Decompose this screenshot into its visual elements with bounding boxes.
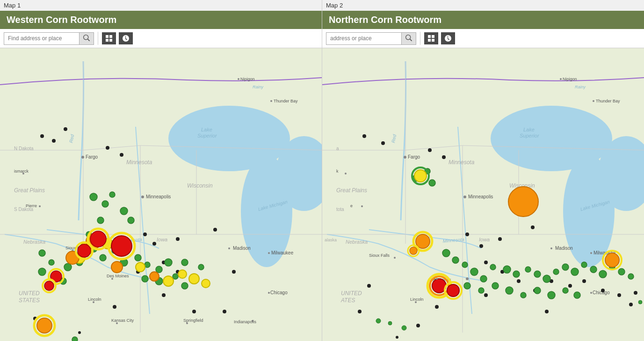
svg-text:Madison: Madison — [555, 246, 573, 251]
svg-point-213 — [628, 274, 634, 279]
svg-text:UNITED: UNITED — [19, 290, 40, 297]
svg-point-75 — [97, 217, 104, 224]
svg-text:Minnesota: Minnesota — [126, 159, 152, 166]
svg-point-200 — [503, 266, 511, 273]
svg-text:Madison: Madison — [233, 246, 251, 251]
map2-history-button[interactable] — [441, 32, 455, 44]
map1-viewport[interactable]: Great Plains Wisconsin Minnesota UNITED … — [0, 48, 322, 341]
svg-point-104 — [189, 274, 199, 284]
svg-point-236 — [605, 253, 619, 267]
svg-point-174 — [531, 225, 535, 229]
svg-text:Minnesota: Minnesota — [449, 159, 475, 166]
svg-point-186 — [484, 293, 488, 297]
svg-point-69 — [78, 331, 81, 334]
svg-text:Lincoln: Lincoln — [88, 297, 101, 302]
svg-point-193 — [429, 180, 435, 186]
svg-point-201 — [513, 271, 520, 277]
svg-text:UNITED: UNITED — [341, 290, 362, 297]
svg-point-119 — [44, 281, 54, 290]
svg-text:N Dakota: N Dakota — [14, 146, 34, 151]
svg-point-215 — [478, 288, 484, 293]
svg-point-44 — [270, 100, 272, 102]
map2-viewport[interactable]: Great Plains Wisconsin Minnesota UNITED … — [322, 48, 644, 341]
svg-point-170 — [442, 155, 446, 159]
map2-grid-button[interactable] — [424, 32, 438, 44]
map2-title: Northern Corn Rootworm — [322, 11, 644, 29]
map1-history-button[interactable] — [119, 32, 133, 44]
svg-point-198 — [480, 276, 487, 282]
svg-text:Nipigon: Nipigon — [240, 77, 255, 81]
svg-point-55 — [152, 242, 156, 246]
map1-title: Western Corn Rootworm — [0, 11, 322, 29]
svg-point-78 — [100, 254, 106, 261]
svg-point-203 — [534, 271, 541, 277]
svg-point-190 — [396, 336, 398, 339]
svg-point-237 — [376, 319, 381, 323]
map1-panel: Map 1 Western Corn Rootworm — [0, 0, 322, 341]
svg-point-87 — [142, 276, 148, 282]
svg-point-121 — [37, 318, 52, 333]
svg-point-206 — [562, 264, 569, 270]
svg-point-26 — [228, 247, 230, 249]
svg-text:STATES: STATES — [19, 297, 40, 304]
svg-text:Iowa: Iowa — [157, 237, 167, 242]
svg-point-49 — [40, 134, 44, 138]
svg-point-208 — [581, 262, 587, 268]
svg-text:Wisconsin: Wisconsin — [187, 182, 213, 189]
svg-point-85 — [181, 259, 188, 266]
svg-point-225 — [508, 187, 538, 217]
svg-point-71 — [102, 201, 109, 207]
svg-point-171 — [465, 232, 469, 236]
svg-point-151 — [590, 252, 592, 254]
svg-point-241 — [629, 303, 633, 306]
svg-point-205 — [553, 269, 559, 275]
svg-point-182 — [601, 289, 605, 292]
svg-point-147 — [463, 196, 466, 198]
svg-point-66 — [113, 305, 116, 309]
svg-point-70 — [90, 193, 97, 201]
svg-point-217 — [506, 287, 513, 294]
map2-search-input[interactable] — [326, 33, 401, 44]
svg-point-214 — [464, 283, 470, 289]
svg-point-50 — [52, 139, 56, 143]
svg-text:e: e — [350, 203, 353, 208]
svg-point-173 — [498, 237, 502, 241]
svg-text:Thunder Bay: Thunder Bay — [596, 99, 620, 103]
svg-text:a: a — [336, 146, 339, 151]
svg-text:Nebraska: Nebraska — [346, 239, 368, 245]
maps-container: Map 1 Western Corn Rootworm — [0, 0, 644, 341]
svg-point-81 — [135, 254, 141, 261]
map1-search-button[interactable] — [79, 33, 94, 44]
svg-point-92 — [64, 263, 72, 271]
map1-search-input[interactable] — [4, 33, 79, 44]
svg-point-204 — [543, 275, 550, 283]
svg-text:Rainy: Rainy — [253, 85, 264, 89]
map2-search-button[interactable] — [401, 33, 416, 44]
map1-grid-button[interactable] — [102, 32, 116, 44]
svg-point-113 — [78, 244, 91, 257]
svg-point-184 — [634, 291, 637, 295]
svg-text:Indianapolis: Indianapolis — [234, 319, 257, 324]
svg-point-139 — [404, 156, 406, 159]
svg-point-219 — [534, 287, 541, 294]
svg-text:Milwaukee: Milwaukee — [271, 250, 294, 255]
svg-point-220 — [548, 291, 555, 299]
svg-point-216 — [492, 283, 499, 289]
svg-text:ATES: ATES — [340, 297, 355, 304]
svg-point-168 — [381, 141, 385, 145]
svg-point-57 — [213, 228, 217, 232]
svg-text:Sioux Falls: Sioux Falls — [369, 253, 390, 258]
svg-point-64 — [223, 310, 226, 313]
map1-search-box — [4, 32, 94, 45]
svg-point-194 — [442, 249, 450, 257]
svg-point-74 — [128, 217, 134, 224]
map2-separator — [420, 32, 420, 45]
svg-text:Great Plains: Great Plains — [14, 187, 45, 194]
svg-text:Great Plains: Great Plains — [336, 187, 367, 194]
map1-toolbar — [0, 29, 322, 48]
map2-panel: Map 2 Northern Corn Rootworm — [322, 0, 644, 341]
svg-point-90 — [181, 283, 188, 289]
svg-point-86 — [198, 264, 204, 270]
svg-text:ismarck: ismarck — [14, 169, 29, 174]
svg-point-115 — [111, 236, 132, 256]
